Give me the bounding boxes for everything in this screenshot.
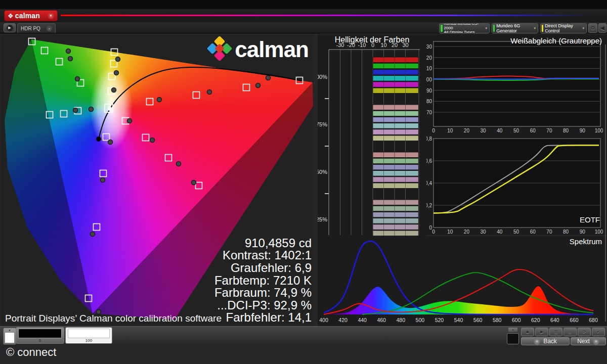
display-preview[interactable]	[507, 333, 519, 344]
play-icon: ▶	[8, 26, 11, 30]
stat-line: Farbfehler: 14,1	[214, 311, 312, 324]
pattern-button[interactable]: ▥	[549, 328, 562, 336]
copyright-text: © connect	[6, 346, 56, 359]
sync-button[interactable]: ⟳	[578, 328, 591, 336]
source-name: Murideo 6G Generator	[496, 23, 532, 33]
target-square	[94, 224, 100, 231]
target-square	[193, 92, 200, 99]
svg-text:50%: 50%	[318, 169, 327, 175]
sync-icon: ⟳	[583, 330, 586, 334]
svg-text:520: 520	[435, 317, 444, 323]
svg-text:-30: -30	[336, 42, 344, 48]
svg-text:10: 10	[447, 128, 453, 133]
luminance-bar	[373, 111, 418, 116]
black-level-swatch[interactable]: 0	[16, 327, 64, 344]
app-menu-chevron[interactable]: ▾	[48, 13, 54, 19]
luminance-bar	[373, 129, 418, 134]
chevron-down-icon: ▾	[483, 26, 489, 30]
measured-point	[114, 71, 119, 75]
tab-menu-badge[interactable]: ▾	[47, 26, 52, 31]
target-square	[61, 111, 67, 117]
calman-diamond-icon: ❖	[8, 12, 14, 20]
dot-icon: ●	[512, 328, 513, 331]
luminance-bar	[373, 206, 418, 211]
black-swatch	[18, 329, 62, 338]
next-button[interactable]: Next »	[571, 337, 606, 345]
back-button[interactable]: « Back	[521, 337, 570, 345]
back-label: Back	[543, 338, 557, 345]
svg-text:400: 400	[319, 317, 328, 323]
measured-point	[73, 108, 78, 113]
locus-curve	[99, 67, 301, 139]
luminance-bar	[373, 218, 418, 224]
source-status-indicator	[493, 25, 495, 32]
target-square	[47, 112, 53, 118]
white-pattern-swatch	[5, 332, 15, 343]
white-balance-chart: 7080901001101201300102030405060708090100	[426, 34, 607, 133]
svg-text:100: 100	[426, 77, 432, 82]
toolbar: ▶ HDR PQ ▾ Konica Minolta CS-2000 All Di…	[0, 22, 607, 33]
white-balance-panel: 7080901001101201300102030405060708090100…	[426, 34, 607, 133]
run-button[interactable]: ▶	[4, 23, 16, 32]
source-select[interactable]: Murideo 6G Generator ▾	[492, 23, 538, 33]
target-square	[85, 295, 92, 302]
stat-line: Graufehler: 6,9	[214, 262, 312, 275]
eotf-title: EOTF	[580, 215, 600, 224]
curve-end-dot	[96, 136, 101, 142]
luminance-bar	[373, 82, 418, 87]
target-square	[111, 61, 117, 67]
svg-text:20: 20	[392, 42, 398, 48]
confirm-icon: ✔	[597, 330, 600, 334]
settings-button[interactable]: ⚙	[588, 23, 597, 33]
luminance-bar	[373, 212, 418, 217]
svg-text:130: 130	[426, 44, 432, 50]
target-square	[111, 49, 118, 56]
svg-text:540: 540	[454, 317, 463, 323]
display-preview-button[interactable]: ●	[508, 327, 518, 332]
svg-text:40: 40	[497, 128, 503, 133]
display-control-select[interactable]: Direct Display Control ▾	[540, 23, 587, 33]
stat-line: ...DCI-P3: 92,9 %	[214, 299, 312, 312]
measured-point	[75, 77, 80, 81]
measured-point	[207, 90, 212, 95]
luminance-bar	[373, 224, 418, 230]
stat-line: 910,4859 cd	[214, 237, 312, 250]
measured-point	[91, 232, 95, 237]
luminance-bar	[373, 69, 418, 75]
play-button[interactable]: ▶	[535, 328, 548, 336]
pattern-icon: ▥	[554, 330, 558, 334]
chevron-down-icon: ▾	[49, 27, 50, 30]
svg-text:90: 90	[580, 229, 586, 235]
dot-icon: ●	[9, 328, 11, 332]
chevron-left-icon: «	[534, 338, 540, 345]
pattern-window-button[interactable]: ●	[3, 328, 16, 345]
measured-point	[108, 140, 113, 145]
measured-point	[66, 49, 71, 54]
collapse-panel-button[interactable]: ◀	[598, 23, 606, 33]
stat-line: Farbtemp: 7210 K	[214, 275, 312, 287]
target-square	[243, 84, 250, 91]
play-icon: ▶	[540, 330, 543, 334]
meter-select[interactable]: Konica Minolta CS-2000 All Display Types…	[439, 23, 490, 33]
svg-text:500: 500	[416, 317, 425, 323]
luminance-bar	[373, 200, 418, 205]
scrollbar[interactable]	[605, 44, 606, 322]
confirm-button[interactable]: ✔	[592, 328, 605, 336]
svg-text:75%: 75%	[318, 121, 327, 127]
svg-text:100%: 100%	[318, 74, 327, 80]
app-menu-button[interactable]: ❖ calman ▾	[4, 10, 58, 21]
stop-button[interactable]: ■	[521, 328, 534, 336]
accent-gradient-line	[61, 15, 607, 16]
generator-button[interactable]: ◎	[563, 328, 577, 336]
svg-text:90: 90	[426, 88, 432, 94]
app-menu-label: calman	[15, 12, 40, 20]
target-square	[41, 48, 48, 54]
target-square	[56, 59, 63, 65]
svg-text:10: 10	[380, 42, 386, 48]
svg-text:100: 100	[595, 229, 603, 235]
tab-hdr-pq[interactable]: HDR PQ ▾	[17, 23, 56, 33]
white-level-swatch[interactable]: 100	[65, 327, 112, 344]
measured-point	[101, 178, 105, 183]
measured-point	[112, 88, 116, 93]
collapse-left-icon: ◀	[600, 25, 604, 31]
